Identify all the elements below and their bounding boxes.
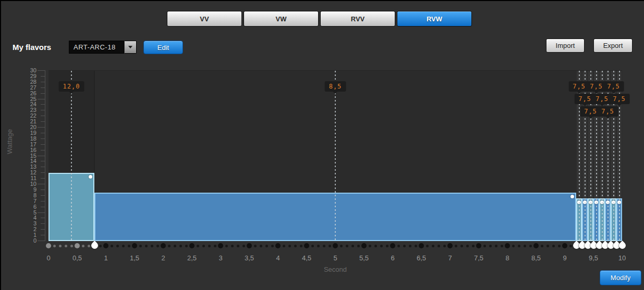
x-tick-label: 5,5: [353, 254, 375, 262]
import-button[interactable]: Import: [546, 39, 585, 53]
mode-tabs: VVVWRVVRVW: [167, 11, 472, 27]
y-tick-label: 20: [22, 124, 37, 130]
y-tick: [41, 167, 45, 167]
timeline-dot: [75, 243, 80, 248]
timeline-dot: [346, 245, 348, 247]
edit-button[interactable]: Edit: [143, 41, 183, 54]
timeline-dot: [53, 245, 56, 247]
timeline-dot: [145, 245, 148, 247]
y-tick-label: 19: [22, 130, 37, 136]
x-tick-label: 0: [37, 254, 60, 262]
segment-marker[interactable]: [617, 241, 627, 250]
my-flavors-label: My flavors: [13, 43, 51, 52]
timeline-dot: [518, 245, 520, 247]
timeline-dot: [546, 245, 549, 247]
y-tick-label: 25: [22, 96, 37, 102]
timeline-dot: [247, 243, 252, 248]
y-tick-label: 24: [22, 102, 37, 107]
tooltip-guide-line: [335, 71, 336, 241]
x-tick-label: 1,5: [123, 254, 146, 262]
timeline-dot: [380, 245, 383, 247]
dropdown-arrow-button[interactable]: [124, 41, 137, 54]
y-tick: [41, 201, 45, 201]
timeline-dot: [476, 243, 481, 248]
timeline-dot: [59, 245, 62, 247]
timeline-dot: [294, 245, 297, 247]
tab-rvv[interactable]: RVV: [320, 11, 395, 27]
y-axis-line: [45, 70, 45, 241]
y-tick: [41, 223, 45, 224]
flavor-dropdown[interactable]: ART-ARC-18: [69, 41, 137, 54]
y-tick: [41, 121, 45, 122]
y-tick: [38, 184, 45, 184]
timeline-dot: [111, 245, 113, 247]
x-tick-label: 0,5: [66, 254, 89, 262]
timeline-dot: [103, 243, 108, 248]
tooltip-guide-line: [71, 71, 72, 241]
timeline-dot: [88, 245, 90, 247]
y-tick: [41, 207, 45, 207]
y-tick-label: 26: [22, 91, 37, 96]
y-tick-label: 1: [22, 232, 37, 238]
timeline-dot: [288, 245, 291, 247]
y-tick: [38, 70, 45, 71]
y-tick: [41, 172, 45, 173]
timeline-dot: [231, 245, 234, 247]
timeline-dot: [260, 245, 262, 247]
bar-handle-dot[interactable]: [89, 175, 92, 179]
segment-marker[interactable]: [90, 241, 99, 250]
timeline-dot: [333, 243, 338, 248]
timeline-dot: [179, 245, 182, 247]
x-tick-label: 8: [496, 254, 519, 262]
timeline-dot: [552, 245, 555, 247]
y-tick-label: 2: [22, 226, 37, 232]
y-tick-label: 12: [22, 170, 37, 175]
timeline-dot: [483, 245, 486, 247]
timeline-dot: [304, 243, 309, 248]
plot-area: 12,08,57,57,57,57,57,57,57,57,5: [48, 70, 622, 241]
y-tick-label: 11: [22, 175, 37, 181]
y-tick-label: 16: [22, 147, 37, 153]
bar-handle-dot[interactable]: [570, 195, 574, 198]
export-button[interactable]: Export: [593, 39, 633, 53]
x-axis-title: Second: [314, 266, 356, 273]
y-tick: [41, 235, 45, 235]
value-tooltip: 7,5: [603, 81, 624, 92]
y-tick-label: 17: [22, 142, 37, 147]
y-tick: [41, 87, 45, 88]
timeline-dot: [489, 245, 492, 247]
timeline-dot: [524, 245, 526, 247]
timeline-dot: [275, 243, 281, 248]
timeline-dot: [116, 245, 119, 247]
timeline-dot: [403, 245, 406, 247]
timeline-dot: [156, 245, 159, 247]
y-tick: [41, 195, 45, 196]
y-tick: [41, 104, 45, 105]
y-tick: [41, 161, 45, 161]
y-tick: [41, 190, 45, 190]
y-tick-label: 5: [22, 210, 37, 216]
y-tick: [41, 76, 45, 77]
x-tick-label: 9,5: [582, 254, 605, 262]
timeline-dot: [161, 243, 166, 248]
timeline-dot: [300, 245, 302, 247]
timeline-dot: [569, 245, 572, 247]
timeline-dot: [214, 245, 216, 247]
timeline-dot: [460, 245, 463, 247]
x-tick-label: 4: [266, 254, 289, 262]
timeline-dot: [558, 245, 561, 247]
y-tick: [41, 82, 45, 82]
y-tick-label: 30: [22, 68, 37, 73]
timeline-dot: [397, 245, 400, 247]
timeline-dot: [254, 245, 257, 247]
timeline-dot: [218, 243, 223, 248]
timeline-dot: [351, 245, 354, 247]
x-tick-label: 2,5: [180, 254, 203, 262]
tab-rvw[interactable]: RVW: [397, 11, 472, 27]
y-tick: [41, 218, 45, 218]
timeline-dot: [265, 245, 268, 247]
modify-button[interactable]: Modify: [600, 270, 641, 285]
tab-vv[interactable]: VV: [167, 11, 242, 27]
tab-vw[interactable]: VW: [244, 11, 319, 27]
app-root: VVVWRVVRVW My flavors ART-ARC-18 Edit Im…: [0, 0, 644, 290]
